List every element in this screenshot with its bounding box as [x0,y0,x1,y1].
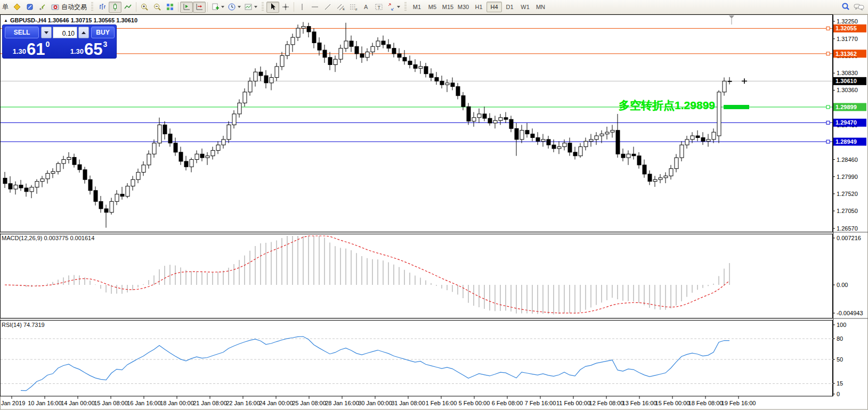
candle-body [525,130,529,134]
hline-thick-segment[interactable] [724,105,749,109]
indicators-dropdown-caret[interactable] [221,6,224,8]
candle-body [547,140,550,145]
chart-shift-button[interactable] [193,2,206,13]
price-label-1.29470: 1.29470 [835,119,857,126]
candle-body [696,136,700,137]
volume-input[interactable] [53,27,77,38]
rsi-tick-15: 15 [837,380,843,387]
arrows-button[interactable] [385,2,402,13]
candle-body [254,72,257,81]
timeframe-m1[interactable]: M1 [409,2,425,12]
equidistant-channel-icon: E [336,3,345,11]
timeframe-h4[interactable]: H4 [486,2,502,12]
candle-body [9,184,12,189]
new-order-button[interactable] [11,2,23,13]
bar-chart-button[interactable] [96,2,109,13]
fibonacci-button[interactable]: F [347,2,360,13]
time-label: 31 Jan 08:00 [391,400,425,406]
metaeditor-button[interactable] [23,2,36,13]
candle-body [371,46,375,52]
periods-button[interactable] [226,2,242,13]
rsi-tick-100: 100 [837,322,846,328]
templates-button[interactable] [242,2,259,13]
candle-body [568,143,572,152]
ask-price-display[interactable]: 1.30 65 3 [61,40,116,58]
zoom-out-button[interactable] [151,2,164,13]
bid-prefix: 1.30 [13,47,26,55]
candle-body [461,96,465,107]
bid-price-display[interactable]: 1.30 61 0 [4,40,59,58]
signal-button[interactable] [36,2,49,13]
candle-body [40,179,44,182]
vertical-line-button[interactable] [296,2,309,13]
chart-shift-end-button[interactable] [180,2,193,13]
candle-body [264,76,268,83]
search-button[interactable] [839,2,852,13]
equidistant-channel-button[interactable]: E [334,2,347,13]
candle-body [616,130,620,154]
ask-prefix: 1.30 [70,47,84,55]
candle-body [115,194,119,202]
toolbar-grip [262,2,264,12]
bid-pipette: 0 [46,40,50,48]
candle-body [366,52,369,58]
tile-windows-button[interactable] [164,2,176,13]
candlestick-chart-button[interactable] [109,2,121,13]
volume-increase-button[interactable] [78,27,89,38]
timeframe-m5[interactable]: M5 [425,2,440,12]
indicators-icon [211,3,220,11]
bid-big-digits: 61 [27,42,45,57]
candle-body [387,45,391,48]
toolbar-separator [207,2,208,12]
candle-body [286,45,289,56]
candle-body [110,201,113,212]
timeframe-w1[interactable]: W1 [517,2,533,12]
timeframe-d1[interactable]: D1 [502,2,517,12]
horizontal-line-button[interactable] [309,2,321,13]
candle-body [296,28,300,37]
svg-text:A: A [364,4,368,10]
periods-dropdown-caret[interactable] [238,6,241,8]
templates-dropdown-caret[interactable] [254,6,257,8]
candle-body [669,169,673,176]
mt4-window: { "toolbar": { "partial_label": "单", "au… [0,0,868,410]
text-button[interactable]: A [360,2,372,13]
candle-body [318,43,321,50]
zoom-in-button[interactable] [138,2,151,13]
line-chart-button[interactable] [121,2,134,13]
arrows-dropdown-caret[interactable] [397,6,400,8]
trendline-button[interactable] [321,2,334,13]
candle-body [632,154,636,155]
crosshair-button[interactable] [279,2,292,13]
candle-body [605,132,609,134]
autotrading-button[interactable]: 自动交易 [49,2,88,13]
buy-button[interactable]: BUY [91,27,115,38]
sell-button[interactable]: SELL [5,27,39,38]
candle-body [536,137,540,141]
candle-body [211,150,215,155]
text-label-button[interactable]: T [372,2,385,13]
macd-pane [1,234,833,318]
collapse-arrow-icon[interactable]: ▲ [4,18,8,23]
symbol-ohlc-text: GBPUSD-,H4 1.30646 1.30715 1.30565 1.306… [10,17,137,23]
cursor-button[interactable] [266,2,279,13]
timeframe-mn[interactable]: MN [533,2,548,12]
main-pane [1,15,833,232]
timeframe-m15[interactable]: M15 [440,2,456,12]
time-label: 7 Feb 16:00 [525,400,556,406]
candle-body [398,54,401,58]
indicators-button[interactable] [209,2,226,13]
triangle-down-icon [44,31,48,34]
macd-tick--0.004943: -0.004943 [837,310,863,316]
crosshair-icon [281,3,290,11]
candle-body [19,185,23,188]
candle-body [46,174,50,179]
candle-body [120,194,124,196]
chat-button[interactable] [852,2,866,13]
candle-body [334,59,337,64]
volume-decrease-button[interactable] [41,27,52,38]
timeframe-h1[interactable]: H1 [471,2,486,12]
candle-body [675,158,678,169]
timeframe-m30[interactable]: M30 [456,2,471,12]
time-label: 5 Feb 00:00 [459,400,490,406]
